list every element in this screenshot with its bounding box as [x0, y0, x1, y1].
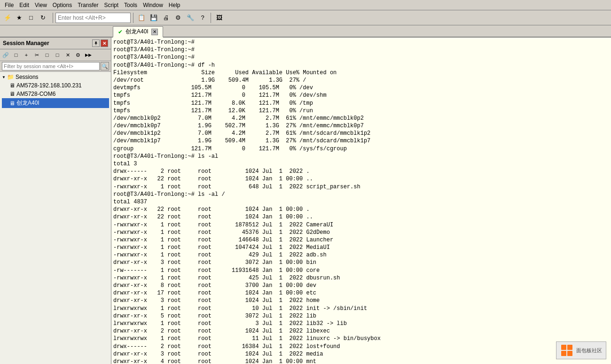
toolbar-btn-print[interactable]: 🖨: [160, 12, 172, 23]
session-item-am5728-192[interactable]: 🖥 AM5728-192.168.100.231: [2, 81, 109, 90]
toolbar-sep1: [53, 13, 53, 23]
sessions-folder-icon: 📁: [7, 74, 14, 80]
toolbar-btn-save[interactable]: 💾: [148, 12, 159, 23]
toolbar-sep2: [133, 13, 133, 23]
svg-rect-2: [567, 345, 572, 350]
sessions-triangle-icon: ▼: [2, 75, 6, 79]
session-icon-am5728-192: 🖥: [9, 82, 15, 89]
toolbar-sep3: [211, 13, 211, 23]
watermark: 面包板社区: [556, 341, 606, 359]
sidebar-search-button[interactable]: 🔍: [101, 62, 109, 70]
watermark-text: 面包板社区: [576, 347, 602, 354]
host-input[interactable]: [55, 13, 131, 23]
menu-help[interactable]: Help: [166, 1, 183, 9]
menu-window[interactable]: Window: [140, 1, 166, 9]
sidebar-header-btns: 🖈 ✕: [92, 39, 108, 47]
tabbar: ✔ 创龙A40I ✕: [0, 25, 611, 38]
toolbar-btn-refresh[interactable]: ↻: [37, 12, 48, 23]
main-area: Session Manager 🖈 ✕ 🔗 □ + ✂ □ □ ✕ ⚙ ▶▶ 🔍…: [0, 38, 611, 364]
sidebar-btn-expand[interactable]: ▶▶: [84, 50, 93, 60]
toolbar-btn-image[interactable]: 🖼: [213, 12, 225, 23]
sidebar-btn-settings[interactable]: ⚙: [73, 50, 83, 60]
sidebar-btn-copy[interactable]: □: [42, 50, 52, 60]
sidebar-btn-cut[interactable]: ✂: [32, 50, 41, 60]
sidebar-btn-link[interactable]: 🔗: [1, 50, 10, 60]
toolbar: ⚡ ★ □ ↻ 📋 💾 🖨 ⚙ 🔧 ? 🖼: [0, 10, 611, 25]
tab-label: 创龙A40I: [125, 28, 149, 36]
terminal[interactable]: root@T3/A40i-Tronlong:~# root@T3/A40i-Tr…: [111, 38, 611, 364]
watermark-logo: [560, 344, 573, 357]
sidebar-title: Session Manager: [3, 40, 49, 46]
menu-transfer[interactable]: Transfer: [75, 1, 101, 9]
svg-rect-4: [567, 351, 572, 356]
menubar: File Edit View Options Transfer Script T…: [0, 0, 611, 10]
svg-rect-1: [561, 345, 566, 350]
sessions-root[interactable]: ▼ 📁 Sessions: [2, 73, 109, 81]
sidebar-btn-add[interactable]: +: [22, 50, 31, 60]
tab-close-button[interactable]: ✕: [151, 29, 158, 35]
session-label-chuanglong: 创龙A40I: [16, 99, 39, 107]
session-item-chuanglong[interactable]: 🖥 创龙A40I: [2, 98, 109, 108]
session-icon-chuanglong: 🖥: [9, 100, 15, 107]
sidebar-close-button[interactable]: ✕: [101, 39, 108, 47]
menu-file[interactable]: File: [2, 1, 16, 9]
sidebar-btn-delete[interactable]: ✕: [63, 50, 72, 60]
sidebar-pin-button[interactable]: 🖈: [92, 39, 100, 47]
sidebar-toolbar: 🔗 □ + ✂ □ □ ✕ ⚙ ▶▶: [0, 49, 111, 61]
menu-options[interactable]: Options: [50, 1, 75, 9]
menu-edit[interactable]: Edit: [16, 1, 32, 9]
sidebar-header: Session Manager 🖈 ✕: [0, 38, 111, 49]
sidebar-btn-paste[interactable]: □: [53, 50, 62, 60]
toolbar-btn-settings[interactable]: ⚙: [172, 12, 184, 23]
sidebar-btn-window[interactable]: □: [11, 50, 21, 60]
session-label-am5728-192: AM5728-192.168.100.231: [16, 82, 82, 89]
menu-script[interactable]: Script: [101, 1, 121, 9]
toolbar-btn-star[interactable]: ★: [14, 12, 25, 23]
toolbar-btn-wrench[interactable]: 🔧: [185, 12, 196, 23]
tab-check-icon: ✔: [118, 29, 123, 35]
menu-view[interactable]: View: [32, 1, 50, 9]
session-icon-am5728-com6: 🖥: [9, 91, 15, 97]
terminal-content: root@T3/A40i-Tronlong:~# root@T3/A40i-Tr…: [113, 39, 609, 364]
sidebar-search-area: 🔍: [0, 61, 111, 72]
svg-rect-3: [561, 351, 566, 356]
sessions-label: Sessions: [16, 74, 39, 80]
tab-chuanglong[interactable]: ✔ 创龙A40I ✕: [113, 26, 163, 38]
session-item-am5728-com6[interactable]: 🖥 AM5728-COM6: [2, 90, 109, 98]
session-tree: ▼ 📁 Sessions 🖥 AM5728-192.168.100.231 🖥 …: [0, 72, 111, 109]
sidebar: Session Manager 🖈 ✕ 🔗 □ + ✂ □ □ ✕ ⚙ ▶▶ 🔍…: [0, 38, 111, 364]
sidebar-header-left: Session Manager: [3, 40, 49, 46]
sidebar-search-input[interactable]: [2, 62, 100, 70]
menu-tools[interactable]: Tools: [121, 1, 140, 9]
session-label-am5728-com6: AM5728-COM6: [16, 91, 55, 97]
toolbar-btn-square[interactable]: □: [25, 12, 37, 23]
toolbar-btn-copy[interactable]: 📋: [136, 12, 147, 23]
toolbar-left: ⚡ ★ □ ↻: [2, 12, 48, 23]
toolbar-btn-help[interactable]: ?: [197, 12, 208, 23]
toolbar-btn-lightning[interactable]: ⚡: [2, 12, 13, 23]
